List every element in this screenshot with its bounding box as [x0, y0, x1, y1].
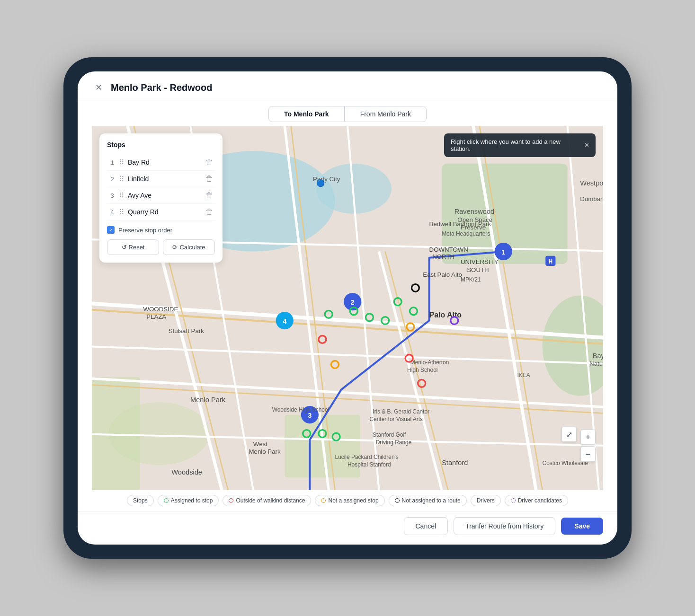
map-container[interactable]: Ravenswood Open Space Preserve Baylands … [92, 126, 603, 490]
svg-point-63 [366, 314, 374, 321]
svg-text:Ravenswood: Ravenswood [454, 208, 494, 215]
assigned-stop-dot [164, 498, 169, 503]
svg-point-5 [109, 402, 209, 465]
svg-text:West: West [253, 440, 267, 448]
legend-not-assigned-stop[interactable]: Not a assigned stop [315, 495, 384, 506]
legend-assigned-stop[interactable]: Assigned to stop [158, 495, 219, 506]
driver-candidates-label: Driver candidates [518, 497, 562, 504]
drag-handle-4[interactable]: ⠿ [119, 208, 124, 216]
svg-point-72 [418, 379, 426, 387]
svg-text:WOODSIDE: WOODSIDE [143, 306, 178, 313]
stop-number-1: 1 [109, 159, 116, 166]
drivers-legend-label: Drivers [477, 497, 495, 504]
svg-text:Stanford: Stanford [442, 459, 468, 466]
transfer-route-button[interactable]: Tranfer Route from History [454, 517, 555, 535]
drag-handle-2[interactable]: ⠿ [119, 175, 124, 183]
svg-text:Bedwell Bayfront Park: Bedwell Bayfront Park [429, 220, 491, 228]
svg-text:PLAZA: PLAZA [146, 313, 166, 320]
legend-drivers[interactable]: Drivers [471, 495, 501, 506]
delete-stop-4[interactable]: 🗑 [205, 208, 213, 216]
svg-text:Dumbarton Bridge: Dumbarton Bridge [580, 195, 603, 202]
svg-text:DOWNTOWN: DOWNTOWN [429, 246, 468, 253]
svg-text:East Palo Alto: East Palo Alto [423, 271, 462, 278]
svg-text:2: 2 [351, 299, 355, 306]
legend-driver-candidates[interactable]: Driver candidates [505, 495, 568, 506]
svg-text:Baylands: Baylands [593, 352, 603, 360]
tab-to-menlo-park[interactable]: To Menlo Park [268, 106, 345, 122]
svg-point-73 [331, 361, 339, 369]
reset-label: Reset [129, 244, 145, 251]
calculate-label: Calculate [179, 244, 205, 251]
stop-item-1: 1 ⠿ Bay Rd 🗑 [107, 154, 215, 171]
cancel-button[interactable]: Cancel [404, 517, 448, 535]
svg-text:Menlo Park: Menlo Park [190, 396, 226, 404]
drag-handle-1[interactable]: ⠿ [119, 158, 124, 166]
stop-item-4: 4 ⠿ Quarry Rd 🗑 [107, 204, 215, 220]
svg-text:Lucile Packard Children's: Lucile Packard Children's [335, 454, 398, 460]
close-icon: ✕ [95, 82, 102, 93]
svg-text:Menlo Park: Menlo Park [249, 448, 281, 455]
preserve-order-checkbox[interactable]: ✓ [107, 226, 115, 234]
device-screen: ✕ Menlo Park - Redwood To Menlo Park Fro… [78, 71, 617, 545]
delete-stop-2[interactable]: 🗑 [205, 175, 213, 183]
close-button[interactable]: ✕ [92, 81, 105, 94]
svg-text:MPK/21: MPK/21 [461, 276, 481, 283]
zoom-out-button[interactable]: − [580, 447, 596, 462]
calculate-button[interactable]: ⟳ Calculate [163, 239, 215, 255]
svg-text:Stanford Golf: Stanford Golf [373, 431, 406, 438]
page-title: Menlo Park - Redwood [111, 82, 212, 93]
checkmark-icon: ✓ [109, 227, 113, 233]
map-background: Ravenswood Open Space Preserve Baylands … [92, 126, 603, 490]
preserve-order-label: Preserve stop order [118, 227, 172, 234]
tooltip-text: Right click where you want to add a new … [451, 138, 579, 152]
expand-map-button[interactable]: ⤢ [561, 427, 577, 442]
expand-icon: ⤢ [566, 430, 572, 439]
svg-text:Stulsaft Park: Stulsaft Park [169, 327, 205, 334]
tooltip-close-button[interactable]: × [585, 141, 589, 150]
action-buttons-row: ↺ Reset ⟳ Calculate [107, 239, 215, 255]
stops-panel-title: Stops [107, 141, 215, 149]
svg-text:Menlo-Atherton: Menlo-Atherton [410, 359, 449, 366]
legend-stops[interactable]: Stops [127, 495, 154, 506]
delete-stop-1[interactable]: 🗑 [205, 158, 213, 167]
svg-text:Driving Range: Driving Range [376, 439, 412, 446]
svg-text:Center for Visual Arts: Center for Visual Arts [369, 416, 423, 422]
svg-point-3 [543, 295, 603, 396]
svg-text:Hospital Stanford: Hospital Stanford [348, 461, 391, 468]
svg-point-61 [325, 310, 332, 318]
svg-text:UNIVERSITY: UNIVERSITY [461, 258, 499, 265]
stop-number-2: 2 [109, 176, 116, 183]
assigned-stop-label: Assigned to stop [171, 497, 213, 504]
zoom-in-button[interactable]: + [580, 430, 596, 445]
svg-text:Meta Headquarters: Meta Headquarters [442, 230, 490, 237]
svg-point-75 [411, 284, 419, 292]
stop-name-4: Quarry Rd [128, 208, 202, 216]
legend-outside-distance[interactable]: Outside of walkind distance [223, 495, 311, 506]
svg-line-8 [92, 308, 603, 346]
map-tooltip: Right click where you want to add a new … [444, 133, 596, 157]
svg-text:Nature Preserve: Nature Preserve [589, 360, 603, 367]
delete-stop-3[interactable]: 🗑 [205, 191, 213, 200]
stops-legend-label: Stops [133, 497, 148, 504]
svg-text:H: H [548, 258, 552, 265]
drag-handle-3[interactable]: ⠿ [119, 192, 124, 199]
stop-number-3: 3 [109, 192, 116, 199]
device-frame: ✕ Menlo Park - Redwood To Menlo Park Fro… [63, 57, 632, 559]
svg-text:Westpoint Harbor: Westpoint Harbor [580, 179, 603, 187]
legend-bar: Stops Assigned to stop Outside of walkin… [78, 490, 617, 511]
svg-text:4: 4 [283, 317, 287, 325]
stop-name-1: Bay Rd [128, 158, 202, 166]
reset-button[interactable]: ↺ Reset [107, 239, 159, 255]
stops-panel: Stops 1 ⠿ Bay Rd 🗑 2 ⠿ Linfield 🗑 [99, 133, 223, 263]
save-button[interactable]: Save [561, 518, 603, 535]
tab-from-menlo-park[interactable]: From Menlo Park [345, 106, 427, 122]
legend-not-assigned-route[interactable]: Not assigned to a route [389, 495, 467, 506]
svg-text:IKEA: IKEA [517, 372, 530, 378]
svg-text:High School: High School [407, 367, 437, 373]
svg-point-65 [410, 308, 417, 315]
outside-distance-label: Outside of walkind distance [236, 497, 305, 504]
not-assigned-stop-label: Not a assigned stop [328, 497, 378, 504]
reset-icon: ↺ [122, 244, 127, 251]
stop-name-2: Linfield [128, 175, 202, 183]
tab-bar: To Menlo Park From Menlo Park [78, 100, 617, 126]
